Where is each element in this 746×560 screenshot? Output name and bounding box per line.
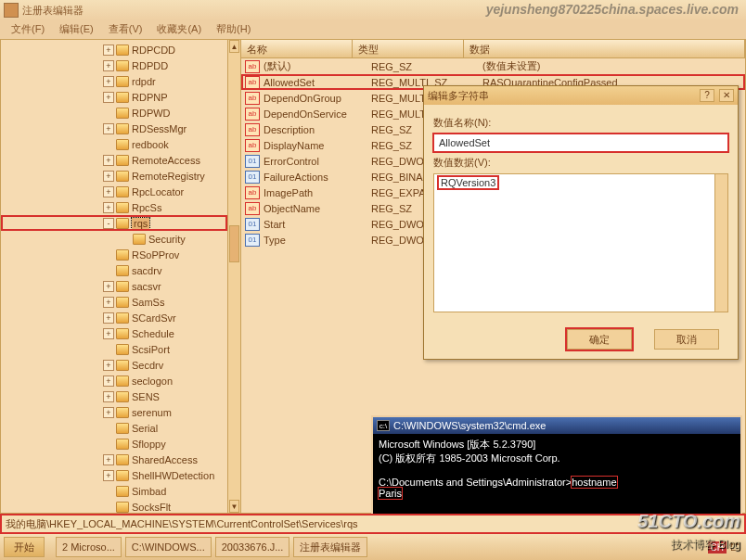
ok-button[interactable]: 确定	[567, 329, 632, 350]
value-data: (数值未设置)	[482, 59, 745, 73]
tree-item[interactable]: Serial	[1, 420, 227, 436]
taskbar-button[interactable]: C:\WINDOWS...	[125, 537, 212, 557]
tree-item-label: SharedAccess	[132, 454, 198, 465]
expand-icon[interactable]: +	[103, 391, 114, 402]
expand-icon[interactable]: +	[103, 312, 114, 324]
close-icon[interactable]: ✕	[719, 89, 734, 102]
expand-icon[interactable]: +	[103, 171, 114, 182]
tree-item[interactable]: +RemoteRegistry	[1, 168, 227, 184]
scroll-up-arrow[interactable]: ▲	[229, 40, 239, 53]
textarea-scrollbar[interactable]	[714, 174, 727, 312]
tree-item[interactable]: +SCardSvr	[1, 310, 227, 325]
tree-item[interactable]: sacdrv	[1, 262, 227, 278]
tree-item[interactable]: +RemoteAccess	[1, 152, 227, 168]
menu-view[interactable]: 查看(V)	[101, 20, 150, 39]
expand-icon[interactable]: +	[103, 45, 114, 56]
expand-icon[interactable]: -	[103, 218, 114, 229]
tree-item[interactable]: SocksFlt	[1, 499, 227, 513]
expand-icon[interactable]: +	[103, 92, 114, 103]
expand-icon[interactable]: +	[103, 186, 114, 197]
tree-item[interactable]: +SamSs	[1, 294, 227, 310]
tree-item[interactable]: +sacsvr	[1, 278, 227, 294]
col-name[interactable]: 名称	[241, 40, 353, 57]
menu-edit[interactable]: 编辑(E)	[52, 20, 101, 39]
tree-item[interactable]: +SENS	[1, 388, 227, 404]
tree-item[interactable]: +Secdrv	[1, 357, 227, 373]
taskbar-button[interactable]: 2 Microso...	[56, 537, 122, 557]
folder-icon	[116, 391, 129, 402]
folder-icon	[116, 375, 129, 387]
expand-icon[interactable]: +	[103, 123, 114, 134]
expand-icon[interactable]: +	[103, 470, 114, 481]
tree-item[interactable]: -rqs	[1, 215, 227, 231]
tree-item[interactable]: +serenum	[1, 404, 227, 420]
tree-item[interactable]: +RDPDD	[1, 57, 227, 73]
folder-icon	[116, 328, 129, 339]
cmd-window[interactable]: c:\ C:\WINDOWS\system32\cmd.exe Microsof…	[371, 415, 742, 515]
tree-item[interactable]: Sfloppy	[1, 436, 227, 452]
string-value-icon: ab	[245, 92, 260, 105]
list-row[interactable]: ab(默认)REG_SZ(数值未设置)	[241, 58, 745, 74]
tree-item[interactable]: +RpcLocator	[1, 184, 227, 199]
tree-item[interactable]: +RDPNP	[1, 89, 227, 105]
cmd-body[interactable]: Microsoft Windows [版本 5.2.3790] (C) 版权所有…	[373, 434, 740, 503]
cancel-button[interactable]: 取消	[654, 329, 719, 350]
expand-icon[interactable]: +	[103, 297, 114, 308]
expand-icon[interactable]: +	[103, 454, 114, 465]
value-name: FailureActions	[264, 172, 371, 183]
scroll-down-arrow[interactable]: ▼	[229, 500, 239, 513]
tree-pane[interactable]: +RDPCDD+RDPDD+rdpdr+RDPNPRDPWD+RDSessMgr…	[0, 39, 241, 514]
tree-item[interactable]: redbook	[1, 136, 227, 152]
taskbar[interactable]: 开始 2 Microso...C:\WINDOWS...20033676.J..…	[0, 534, 746, 560]
tree-item[interactable]: +RpcSs	[1, 199, 227, 215]
expand-icon[interactable]: +	[103, 328, 114, 339]
tree-item-label: SENS	[132, 391, 160, 402]
col-data[interactable]: 数据	[464, 40, 745, 57]
cmd-title-text: C:\WINDOWS\system32\cmd.exe	[393, 420, 546, 431]
expand-icon[interactable]: +	[103, 76, 114, 87]
help-icon[interactable]: ?	[700, 89, 714, 102]
taskbar-button[interactable]: 注册表编辑器	[293, 537, 367, 557]
folder-icon	[116, 202, 129, 213]
expand-icon[interactable]: +	[103, 375, 114, 387]
taskbar-button[interactable]: 20033676.J...	[215, 537, 290, 557]
folder-icon	[116, 92, 129, 103]
expand-icon[interactable]: +	[103, 155, 114, 166]
folder-icon	[116, 60, 129, 71]
tree-item[interactable]: RDPWD	[1, 105, 227, 121]
expand-icon[interactable]: +	[103, 281, 114, 292]
cmd-titlebar[interactable]: c:\ C:\WINDOWS\system32\cmd.exe	[373, 417, 740, 434]
start-button[interactable]: 开始	[4, 537, 45, 557]
tree-item[interactable]: +rdpdr	[1, 73, 227, 89]
menu-file[interactable]: 文件(F)	[4, 20, 52, 39]
value-name: DependOnService	[264, 108, 371, 120]
menu-help[interactable]: 帮助(H)	[209, 20, 258, 39]
scroll-thumb[interactable]	[229, 225, 239, 262]
tree-item[interactable]: +RDSessMgr	[1, 121, 227, 136]
tree-item[interactable]: +Schedule	[1, 325, 227, 341]
tree-item-label: SocksFlt	[132, 502, 171, 513]
list-header[interactable]: 名称 类型 数据	[241, 40, 745, 58]
expand-icon[interactable]: +	[103, 60, 114, 71]
tree-item-label: sacdrv	[132, 265, 161, 276]
dialog-titlebar[interactable]: 编辑多字符串 ? ✕	[424, 86, 738, 105]
tree-item[interactable]: +ShellHWDetection	[1, 467, 227, 483]
folder-icon	[116, 171, 129, 182]
expand-icon[interactable]: +	[103, 202, 114, 213]
watermark-logo: 51CTO.com	[637, 511, 740, 532]
menu-fav[interactable]: 收藏夹(A)	[149, 20, 209, 39]
tree-item[interactable]: +RDPCDD	[1, 42, 227, 57]
expand-icon[interactable]: +	[103, 360, 114, 371]
tree-item[interactable]: +seclogon	[1, 373, 227, 388]
tree-item[interactable]: +SharedAccess	[1, 452, 227, 467]
folder-icon	[116, 360, 129, 371]
tree-scrollbar[interactable]: ▲ ▼	[227, 40, 240, 513]
expand-icon[interactable]: +	[103, 407, 114, 418]
value-data-textarea[interactable]: RQVersion3	[433, 173, 728, 312]
tree-item[interactable]: ScsiPort	[1, 341, 227, 357]
tree-item[interactable]: RSoPProv	[1, 247, 227, 262]
tree-item[interactable]: Simbad	[1, 483, 227, 499]
menu-bar[interactable]: 文件(F) 编辑(E) 查看(V) 收藏夹(A) 帮助(H)	[0, 20, 746, 39]
col-type[interactable]: 类型	[353, 40, 464, 57]
tree-item[interactable]: Security	[1, 231, 227, 247]
